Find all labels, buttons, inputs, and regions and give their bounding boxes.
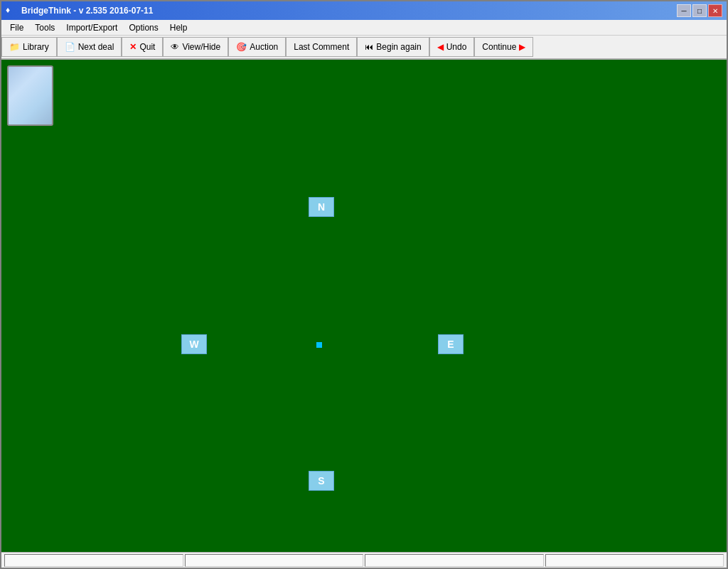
library-button[interactable]: 📁 Library [1,37,57,57]
continue-icon: ▶ [519,42,525,52]
center-indicator [316,342,322,348]
main-window: ♦ BridgeThink - v 2.535 2016-07-11 ─ □ ✕… [0,0,728,569]
restore-button[interactable]: □ [692,4,707,17]
player-east-label: E [447,339,454,350]
toolbar: 📁 Library 📄 Next deal ✕ Quit 👁 View/Hide… [1,36,727,60]
auction-label: Auction [250,42,278,52]
status-panel-1 [4,554,183,567]
game-area: N S W E [1,60,727,552]
library-label: Library [23,42,49,52]
status-panel-3 [365,554,544,567]
card-thumbnail[interactable] [7,65,53,126]
menu-help[interactable]: Help [164,21,193,34]
menu-file[interactable]: File [4,21,29,34]
player-south-badge[interactable]: S [309,471,334,491]
player-north-badge[interactable]: N [309,197,334,217]
status-panel-2 [185,554,364,567]
view-hide-button[interactable]: 👁 View/Hide [163,37,228,57]
menu-bar: File Tools Import/Export Options Help [1,20,727,36]
undo-label: Undo [446,42,467,52]
continue-label: Continue [482,42,516,52]
next-deal-button[interactable]: 📄 Next deal [57,37,122,57]
window-title: BridgeThink - v 2.535 2016-07-11 [21,6,153,16]
view-hide-label: View/Hide [182,42,220,52]
menu-options[interactable]: Options [123,21,164,34]
undo-icon: ◀ [437,42,444,52]
next-deal-label: Next deal [78,42,114,52]
minimize-button[interactable]: ─ [677,4,691,17]
window-controls: ─ □ ✕ [677,4,722,17]
auction-button[interactable]: 🎯 Auction [228,37,286,57]
auction-icon: 🎯 [236,42,247,52]
title-bar: ♦ BridgeThink - v 2.535 2016-07-11 ─ □ ✕ [1,1,727,20]
player-north-label: N [318,201,325,213]
player-west-badge[interactable]: W [181,334,207,354]
close-button[interactable]: ✕ [708,4,722,17]
quit-label: Quit [139,42,155,52]
begin-again-button[interactable]: ⏮ Begin again [357,37,429,57]
begin-again-icon: ⏮ [365,42,373,52]
player-west-label: W [189,339,198,350]
last-comment-label: Last Comment [294,42,349,52]
begin-again-label: Begin again [376,42,421,52]
last-comment-button[interactable]: Last Comment [286,37,357,57]
next-deal-icon: 📄 [65,42,75,52]
menu-tools[interactable]: Tools [29,21,60,34]
undo-button[interactable]: ◀ Undo [429,37,475,57]
menu-import-export[interactable]: Import/Export [60,21,123,34]
continue-button[interactable]: Continue ▶ [474,37,533,57]
player-east-badge[interactable]: E [438,334,464,354]
library-icon: 📁 [9,42,20,52]
player-south-label: S [318,475,324,486]
quit-icon: ✕ [129,42,136,52]
quit-button[interactable]: ✕ Quit [122,37,163,57]
view-hide-icon: 👁 [171,42,179,52]
status-panel-4 [545,554,724,567]
status-bar [1,552,727,568]
app-icon: ♦ [6,5,17,16]
